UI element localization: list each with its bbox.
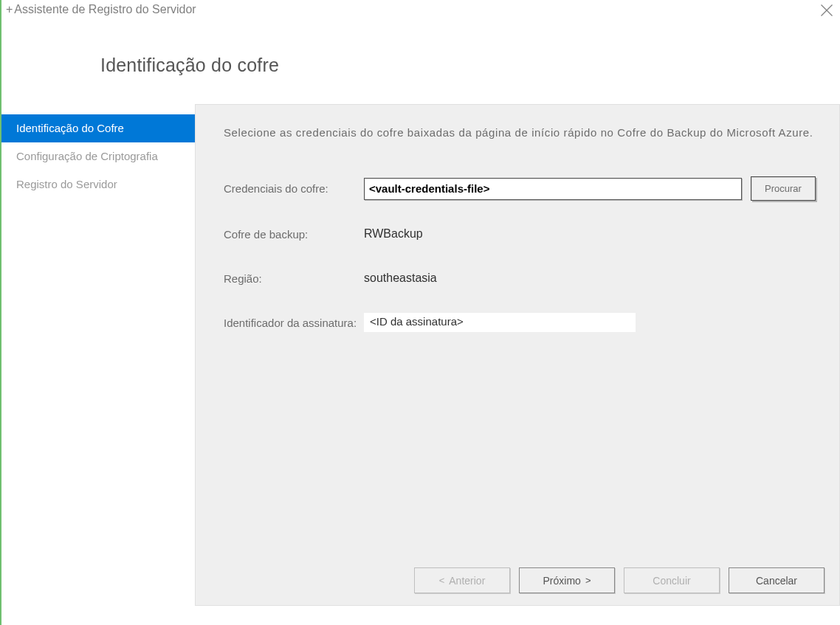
chevron-right-icon: > [585, 576, 591, 585]
finish-button-label: Concluir [653, 575, 690, 587]
instructions-text: Selecione as credenciais do cofre baixad… [224, 124, 816, 141]
row-backup-vault: Cofre de backup: RWBackup [224, 223, 816, 245]
sidebar-item-label: Identificação do Cofre [16, 122, 124, 134]
titlebar: + Assistente de Registro do Servidor [1, 0, 840, 25]
next-button-label: Próximo [543, 575, 581, 587]
page-heading: Identificação do cofre [100, 55, 840, 76]
content-panel: Selecione as credenciais do cofre baixad… [195, 104, 840, 606]
wizard-footer: < Anterior Próximo > Concluir Cancelar [414, 567, 824, 593]
sidebar-item-label: Configuração de Criptografia [16, 150, 158, 162]
cancel-button[interactable]: Cancelar [729, 567, 824, 593]
window-title-text: Assistente de Registro do Servidor [14, 3, 196, 16]
row-region: Região: southeastasia [224, 267, 816, 289]
label-vault-credentials: Credenciais do cofre: [224, 182, 364, 195]
browse-button[interactable]: Procurar [751, 176, 816, 201]
finish-button: Concluir [624, 567, 720, 593]
registration-wizard-window: + Assistente de Registro do Servidor Ide… [0, 0, 840, 625]
heading-area: Identificação do cofre [1, 25, 840, 104]
wizard-steps-sidebar: Identificação do Cofre Configuração de C… [1, 104, 195, 606]
previous-button-label: Anterior [449, 575, 485, 587]
label-region: Região: [224, 272, 364, 285]
row-vault-credentials: Credenciais do cofre: Procurar [224, 176, 816, 201]
plus-indicator: + [6, 3, 13, 16]
row-subscription-id: Identificador da assinatura: <ID da assi… [224, 311, 816, 334]
next-button[interactable]: Próximo > [519, 567, 615, 593]
close-icon[interactable] [819, 3, 834, 18]
value-backup-vault: RWBackup [364, 227, 423, 241]
sidebar-item-encryption-config[interactable]: Configuração de Criptografia [1, 142, 195, 170]
sidebar-item-vault-identification[interactable]: Identificação do Cofre [1, 114, 195, 142]
credentials-field-wrap: Procurar [364, 176, 816, 201]
value-region: southeastasia [364, 272, 437, 285]
label-backup-vault: Cofre de backup: [224, 228, 364, 241]
cancel-button-label: Cancelar [756, 575, 797, 587]
sidebar-item-server-registration[interactable]: Registro do Servidor [1, 170, 195, 198]
vault-credentials-input[interactable] [364, 178, 742, 200]
chevron-left-icon: < [439, 576, 445, 585]
body: Identificação do Cofre Configuração de C… [1, 104, 840, 606]
window-title: + Assistente de Registro do Servidor [6, 3, 196, 16]
value-subscription-id: <ID da assinatura> [364, 313, 636, 332]
label-subscription-id: Identificador da assinatura: [224, 317, 364, 329]
previous-button: < Anterior [414, 567, 510, 593]
sidebar-item-label: Registro do Servidor [16, 178, 117, 190]
